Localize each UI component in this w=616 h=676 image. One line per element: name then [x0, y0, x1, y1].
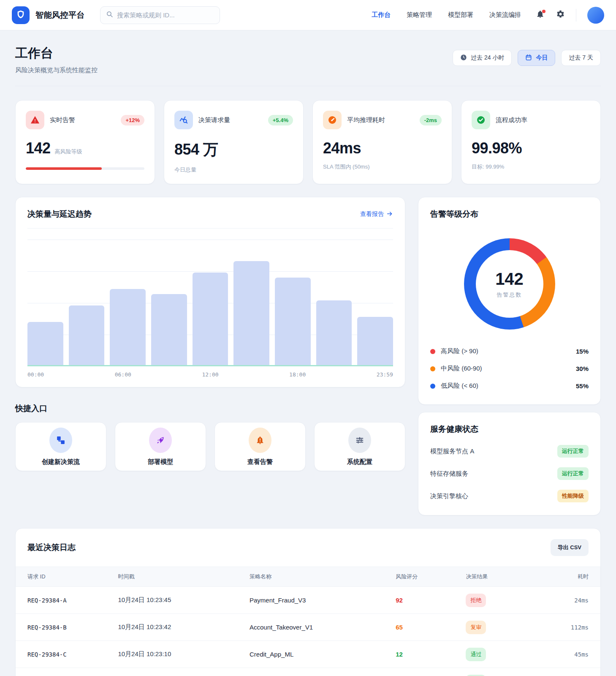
arrow-right-icon — [386, 210, 393, 218]
col-decision-result: 决策结果 — [466, 567, 539, 587]
bar[interactable] — [151, 294, 187, 366]
kpi-row: 实时告警 +12% 142 高风险等级 决策请求量 +5.4% 854 万 — [15, 100, 601, 184]
create-decision-flow-button[interactable]: 创建新决策流 — [15, 422, 106, 471]
top-bar: 智能风控平台 工作台 策略管理 模型部署 决策流编排 — [0, 0, 616, 30]
cell-request-id: REQ-29384-B — [16, 614, 118, 641]
nav-item-model-deploy[interactable]: 模型部署 — [448, 11, 473, 19]
decision-volume-bar-chart — [27, 240, 393, 366]
cell-request-id: REQ-29384-A — [16, 587, 118, 614]
trend-search-icon — [174, 111, 193, 129]
bar[interactable] — [233, 261, 269, 366]
table-row[interactable]: REQ-29384-C 10月24日 10:23:10 Credit_App_M… — [16, 641, 600, 668]
export-csv-button[interactable]: 导出 CSV — [551, 539, 589, 556]
main-content: 工作台 风险决策概览与系统性能监控 过去 24 小时 今日 过去 7 天 — [0, 30, 616, 676]
service-health-title: 服务健康状态 — [430, 424, 589, 435]
col-policy-name: 策略名称 — [250, 567, 396, 587]
quick-label: 系统配置 — [347, 458, 372, 466]
table-row[interactable]: REQ-29384-D 10月24日 10:22:55 Payment_Frau… — [16, 668, 600, 676]
latency-baseline — [27, 365, 393, 366]
legend-dot — [430, 384, 435, 389]
x-axis-labels: 00:00 06:00 12:00 18:00 23:59 — [27, 371, 393, 378]
x-tick: 00:00 — [27, 371, 44, 378]
settings-button[interactable] — [556, 11, 565, 20]
alert-bell-icon — [249, 428, 271, 453]
kpi-caption: 高风险等级 — [55, 148, 82, 155]
filter-label: 过去 24 小时 — [471, 54, 504, 62]
trend-chart-card: 决策量与延迟趋势 查看报告 — [15, 197, 405, 387]
header-actions — [535, 7, 604, 24]
global-search[interactable] — [100, 6, 220, 24]
gear-icon — [556, 10, 565, 20]
col-request-id: 请求 ID — [16, 567, 118, 587]
cell-risk-score: 65 — [396, 624, 403, 631]
kpi-badge: +5.4% — [268, 115, 293, 125]
kpi-title: 决策请求量 — [198, 116, 230, 124]
bar[interactable] — [27, 322, 63, 366]
kpi-card-decision-requests: 决策请求量 +5.4% 854 万 今日总量 — [164, 100, 304, 184]
check-circle-icon — [472, 111, 490, 129]
filter-last-24h-button[interactable]: 过去 24 小时 — [453, 50, 512, 66]
kpi-value: 142 — [26, 139, 51, 157]
view-alerts-button[interactable]: 查看告警 — [214, 422, 306, 471]
table-row[interactable]: REQ-29384-A 10月24日 10:23:45 Payment_Frau… — [16, 587, 600, 614]
decision-logs-card: 最近决策日志 导出 CSV 请求 ID 时间戳 策略名称 风险评分 决策结果 耗… — [15, 528, 601, 676]
filter-last-7d-button[interactable]: 过去 7 天 — [561, 50, 601, 66]
bar[interactable] — [110, 289, 146, 366]
cell-policy-name: Credit_App_ML — [250, 641, 396, 668]
notification-bell-button[interactable] — [535, 11, 545, 20]
clock-icon — [460, 54, 467, 62]
legend-value: 15% — [576, 348, 589, 355]
shield-icon — [16, 10, 25, 21]
page-subtitle: 风险决策概览与系统性能监控 — [15, 66, 98, 74]
cell-policy-name: Payment_Fraud_V3 — [250, 587, 396, 614]
notification-dot — [542, 10, 545, 13]
cell-request-id: REQ-29384-C — [16, 641, 118, 668]
kpi-caption: SLA 范围内 (50ms) — [323, 163, 442, 171]
search-input[interactable] — [117, 11, 214, 19]
kpi-card-realtime-alerts: 实时告警 +12% 142 高风险等级 — [15, 100, 155, 184]
bar[interactable] — [193, 273, 228, 366]
alert-progress-fill — [26, 167, 102, 170]
sliders-icon — [348, 428, 371, 453]
nav-item-policy[interactable]: 策略管理 — [407, 11, 432, 19]
view-report-link[interactable]: 查看报告 — [360, 210, 393, 218]
legend-item-high: 高风险 (> 90) 15% — [430, 347, 589, 355]
nav-item-flow-orchestration[interactable]: 决策流编排 — [489, 11, 521, 19]
bar[interactable] — [316, 300, 352, 366]
health-row-feature-store: 特征存储服务 运行正常 — [430, 467, 589, 480]
bar[interactable] — [69, 305, 105, 366]
cell-timestamp: 10月24日 10:23:42 — [118, 614, 250, 641]
service-name: 决策引擎核心 — [430, 492, 468, 500]
kpi-value: 854 万 — [174, 139, 218, 160]
table-row[interactable]: REQ-29384-B 10月24日 10:23:42 Account_Take… — [16, 614, 600, 641]
kpi-title: 平均推理耗时 — [347, 116, 385, 124]
system-config-button[interactable]: 系统配置 — [314, 422, 405, 471]
kpi-card-success-rate: 流程成功率 99.98% 目标: 99.99% — [461, 100, 601, 184]
nav-item-workbench[interactable]: 工作台 — [372, 11, 391, 19]
filter-label: 过去 7 天 — [569, 54, 593, 62]
donut-legend: 高风险 (> 90) 15% 中风险 (60-90) 30% 低风险 (< 60… — [430, 347, 589, 390]
alert-total-label: 告警总数 — [497, 291, 522, 299]
bar[interactable] — [357, 317, 393, 366]
page-title: 工作台 — [15, 45, 98, 62]
page-head: 工作台 风险决策概览与系统性能监控 过去 24 小时 今日 过去 7 天 — [15, 30, 601, 86]
divider — [27, 228, 393, 229]
user-avatar[interactable] — [587, 7, 604, 24]
legend-value: 30% — [576, 365, 589, 372]
quick-entry-grid: 创建新决策流 部署模型 查看告警 — [15, 422, 405, 471]
brand: 智能风控平台 — [12, 6, 85, 24]
app-logo — [12, 6, 30, 24]
alert-progress-track — [26, 167, 144, 170]
deploy-model-button[interactable]: 部署模型 — [115, 422, 206, 471]
app-title: 智能风控平台 — [35, 10, 85, 21]
cell-latency: 112ms — [539, 614, 600, 641]
legend-dot — [430, 366, 435, 371]
trend-chart-title: 决策量与延迟趋势 — [27, 209, 92, 220]
col-risk-score: 风险评分 — [396, 567, 466, 587]
alert-triangle-icon — [26, 111, 44, 129]
quick-label: 查看告警 — [247, 458, 273, 466]
decision-logs-table: 请求 ID 时间戳 策略名称 风险评分 决策结果 耗时 REQ-29384-A … — [16, 567, 600, 676]
bar[interactable] — [275, 278, 311, 366]
health-row-model-node: 模型服务节点 A 运行正常 — [430, 445, 589, 458]
filter-today-button[interactable]: 今日 — [518, 50, 555, 66]
